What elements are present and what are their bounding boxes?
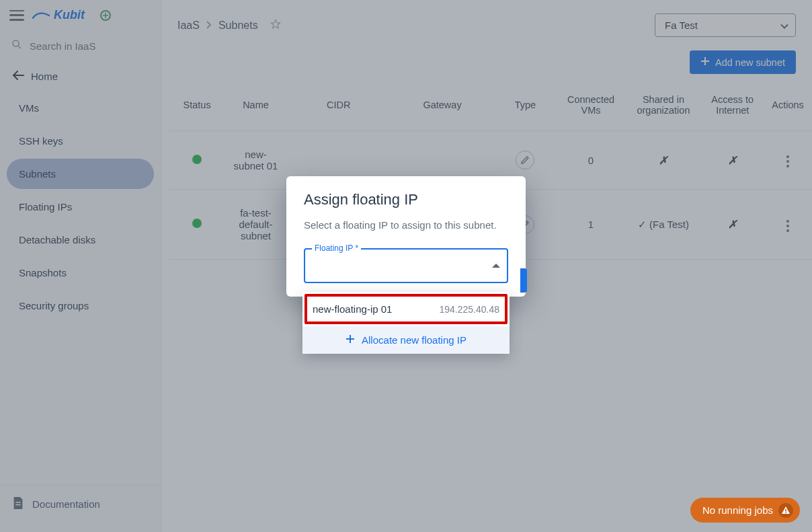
- dialog-description: Select a floating IP to assign to this s…: [304, 219, 508, 231]
- svg-rect-6: [785, 512, 786, 513]
- jobs-label: No running jobs: [702, 504, 773, 516]
- allocate-floating-ip-button[interactable]: Allocate new floating IP: [302, 326, 510, 354]
- option-ip: 194.225.40.48: [439, 304, 499, 315]
- floating-ip-option[interactable]: new-floating-ip 01 194.225.40.48: [307, 297, 505, 321]
- option-name: new-floating-ip 01: [313, 303, 392, 315]
- floating-ip-select[interactable]: Floating IP *: [304, 248, 508, 283]
- jobs-status-pill[interactable]: No running jobs: [690, 498, 800, 523]
- floating-ip-dropdown: new-floating-ip 01 194.225.40.48 Allocat…: [302, 292, 510, 354]
- svg-rect-5: [785, 509, 786, 512]
- dialog-title: Assign floating IP: [304, 191, 508, 208]
- plus-icon: [346, 334, 355, 346]
- triangle-up-icon: [492, 264, 500, 268]
- dialog-submit-partial[interactable]: [520, 268, 527, 293]
- assign-floating-ip-dialog: Assign floating IP Select a floating IP …: [286, 176, 526, 297]
- allocate-label: Allocate new floating IP: [362, 334, 466, 346]
- floating-ip-label: Floating IP *: [312, 243, 361, 253]
- warning-icon: [778, 503, 793, 518]
